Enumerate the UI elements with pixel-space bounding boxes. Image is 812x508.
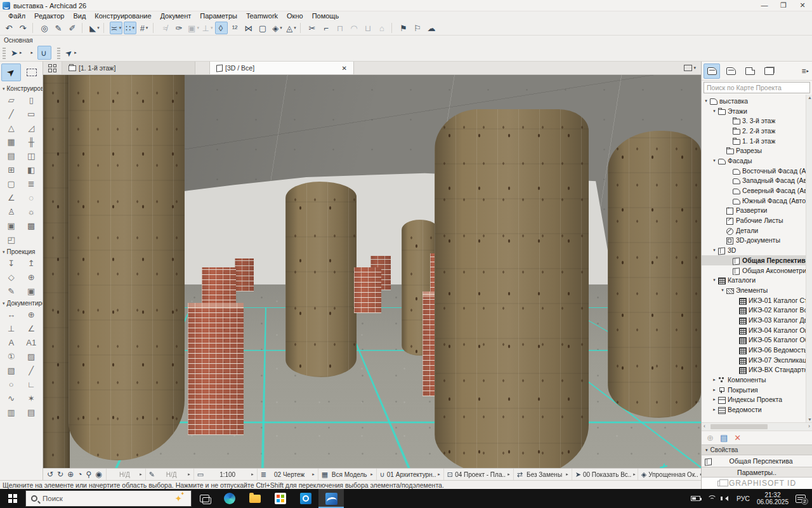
- section-tool[interactable]: ↧: [3, 257, 20, 269]
- publisher-tab[interactable]: [761, 64, 777, 79]
- ramp-tool[interactable]: ∠: [3, 192, 20, 204]
- snap-guides-icon[interactable]: ≍▾: [110, 22, 122, 34]
- editing-plane-icon[interactable]: ◊: [215, 22, 228, 34]
- inject-parameters-icon[interactable]: ✐: [67, 22, 79, 34]
- settings-button[interactable]: Параметры..: [702, 467, 812, 478]
- notification-icon[interactable]: 2: [796, 495, 806, 503]
- layout-book-tab[interactable]: [742, 64, 758, 79]
- tree-item-ike-06[interactable]: ИКЭ-06 Ведомость Проемов: [702, 345, 806, 355]
- scale-select[interactable]: ▭ 1:100 ▸: [194, 469, 258, 480]
- arrow-tool-button[interactable]: ➤ ▸: [63, 46, 79, 60]
- angle-dimension-tool[interactable]: ∠: [23, 323, 39, 335]
- stair-tool[interactable]: ≣: [23, 178, 39, 190]
- renovation-filter-select[interactable]: ➤ 00 Показать Вс.. ▸: [572, 469, 638, 480]
- wood-cylinder-edge[interactable]: [43, 75, 70, 468]
- window-tool[interactable]: ⊞: [3, 164, 20, 176]
- delete-viewpoint-button[interactable]: ✕: [734, 433, 741, 443]
- tree-vertical-scrollbar[interactable]: ▲ ▼: [806, 95, 812, 422]
- file-explorer-app[interactable]: [242, 489, 268, 508]
- tree-item-components[interactable]: ▸ Компоненты: [702, 375, 806, 385]
- minimize-button[interactable]: —: [755, 0, 774, 11]
- tree-item-ike-vh[interactable]: ИКЭ-ВХ Стандартный Каталог I: [702, 365, 806, 375]
- speaker-icon[interactable]: [723, 496, 728, 501]
- arrow-select-button[interactable]: ➤: [1, 64, 21, 81]
- tree-item-stories[interactable]: ▾ Этажи: [702, 106, 806, 116]
- tree-item-sections[interactable]: Разрезы: [702, 145, 806, 156]
- toolbox-section-design[interactable]: ▾Конструирова: [0, 83, 43, 93]
- archicad-app[interactable]: [318, 489, 344, 508]
- worksheet-tool[interactable]: ✎: [3, 285, 20, 297]
- sun-study-icon[interactable]: ◬▾: [285, 22, 298, 34]
- menu-item[interactable]: Редактор: [30, 11, 69, 21]
- brick-pillar-mid[interactable]: [354, 267, 381, 313]
- brick-post-left[interactable]: [202, 267, 236, 305]
- split-icon[interactable]: ✂: [306, 22, 319, 34]
- teamwork-cloud-icon[interactable]: ☁: [426, 22, 438, 34]
- task-view-button[interactable]: [192, 489, 217, 508]
- tree-item-ike-04[interactable]: ИКЭ-04 Каталог Окон: [702, 325, 806, 335]
- layout-scale-select[interactable]: Н/Д ▸: [107, 469, 146, 480]
- toolbox-section-document[interactable]: ▾Документиров: [0, 298, 43, 308]
- wood-cylinder-mid-left[interactable]: [285, 182, 357, 377]
- marquee-button[interactable]: [22, 64, 41, 81]
- zone-stamp-tool[interactable]: ①: [3, 351, 20, 363]
- graphisoft-id[interactable]: GRAPHISOFT ID: [702, 478, 812, 489]
- menu-item[interactable]: Файл: [4, 11, 30, 21]
- project-map-tab[interactable]: [704, 64, 720, 79]
- toolbar-grip[interactable]: [3, 46, 6, 59]
- tree-item-story-1[interactable]: 1. 1-й этаж: [702, 136, 806, 146]
- marquee-select-button[interactable]: ▸: [26, 46, 36, 60]
- dimension-tool[interactable]: ↔: [3, 309, 20, 321]
- tree-item-ike-03[interactable]: ИКЭ-03 Каталог Дверей: [702, 315, 806, 325]
- grid-snap-icon[interactable]: #▾: [138, 22, 150, 34]
- scrollbar-thumb[interactable]: [710, 424, 768, 429]
- line-tool[interactable]: ╱: [23, 364, 39, 377]
- menu-item[interactable]: Вид: [69, 11, 90, 21]
- wall-tool[interactable]: ▱: [3, 94, 20, 106]
- railing-tool[interactable]: ╫: [23, 136, 39, 148]
- tree-item-ike-02[interactable]: ИКЭ-02 Каталог Всех Проемов: [702, 305, 806, 315]
- flag-icon[interactable]: ⚑: [398, 22, 410, 34]
- snap-points-icon[interactable]: ∷▾: [124, 22, 136, 34]
- opening-tool[interactable]: ▢: [3, 178, 20, 190]
- tree-item-ike-05[interactable]: ИКЭ-05 Каталог Объектов: [702, 335, 806, 345]
- beam-tool[interactable]: ╱: [3, 108, 20, 120]
- sep[interactable]: [32, 23, 36, 33]
- menu-item[interactable]: Конструирование: [90, 11, 155, 21]
- clock[interactable]: 21:32 06.06.2025: [757, 491, 789, 505]
- battery-icon[interactable]: [691, 496, 700, 501]
- tree-item-elevation-south[interactable]: Южный Фасад (Автоматически Г: [702, 196, 806, 206]
- profile-select[interactable]: ⊡ 04 Проект - Пла.. ▸: [444, 469, 514, 480]
- tab-options-button[interactable]: ▾: [679, 62, 701, 74]
- tab-3d-view[interactable]: [3D / Все] ✕: [209, 62, 354, 74]
- frame-icon[interactable]: ▢: [257, 22, 270, 34]
- flag-list-icon[interactable]: ⚐: [412, 22, 424, 34]
- text-tool[interactable]: A: [3, 337, 20, 349]
- zoom-back-icon[interactable]: ↺: [47, 470, 53, 479]
- settings-card-button[interactable]: ▤: [720, 433, 728, 443]
- menu-item[interactable]: Параметры: [195, 11, 242, 21]
- elevation-tool[interactable]: ↥: [23, 257, 39, 269]
- sep[interactable]: [391, 23, 395, 33]
- tree-item-ike-07[interactable]: ИКЭ-07 Экспликация 1-й этаж: [702, 355, 806, 365]
- door-tool[interactable]: ◫: [23, 150, 39, 162]
- object-tool[interactable]: ♙: [3, 206, 20, 218]
- brick-pillar-far-left[interactable]: [235, 258, 254, 291]
- menu-item[interactable]: Документ: [156, 11, 196, 21]
- curtain-wall-tool[interactable]: ▤: [3, 150, 20, 162]
- circle-tool[interactable]: ○: [3, 378, 20, 391]
- restore-button[interactable]: ❐: [774, 0, 793, 11]
- suspend-groups-icon[interactable]: ≉: [159, 22, 172, 34]
- zoom-forward-icon[interactable]: ↻: [57, 470, 63, 479]
- detail-tool[interactable]: ⊕: [23, 271, 39, 283]
- tree-item-generic-perspective[interactable]: Общая Перспектива: [702, 255, 806, 265]
- roof-tool[interactable]: △: [3, 122, 20, 134]
- tree-item-elevation-north[interactable]: Северный Фасад (Автоматически: [702, 185, 806, 196]
- 3d-viewport[interactable]: [43, 75, 701, 468]
- brick-pillar-left[interactable]: [188, 303, 244, 435]
- tree-item-ike-01[interactable]: ИКЭ-01 Каталог Стен: [702, 295, 806, 305]
- guide-lines-icon[interactable]: ◣▾: [88, 22, 101, 34]
- start-button[interactable]: [0, 489, 25, 508]
- tree-item-elevations[interactable]: ▾ Фасады: [702, 156, 806, 166]
- pickup-parameters-icon[interactable]: ✎: [53, 22, 65, 34]
